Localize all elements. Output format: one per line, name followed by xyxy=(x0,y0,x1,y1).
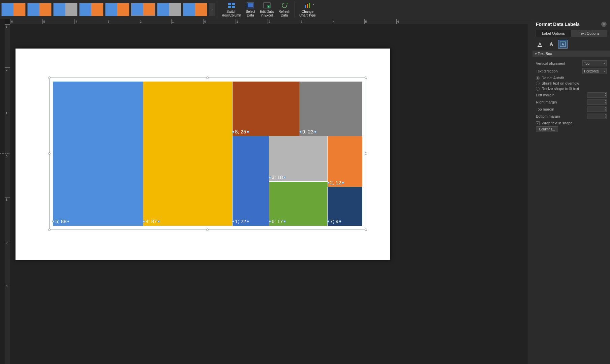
change-chart-type-icon: ▾ xyxy=(304,2,312,9)
treemap-cell-4[interactable]: 4; 87 xyxy=(143,82,233,226)
wrap-text-checkbox[interactable]: ✓Wrap text in shape xyxy=(536,121,607,125)
chart-style-gallery: › xyxy=(0,3,215,16)
chart-style-4[interactable] xyxy=(79,3,103,16)
format-pane: Format Data Labels ✕ Label Options Text … xyxy=(532,19,610,364)
tab-text-options[interactable]: Text Options xyxy=(571,30,607,37)
vertical-alignment-label: Vertical alignment xyxy=(536,61,582,65)
switch-row-column-icon xyxy=(227,2,236,9)
left-margin-label: Left margin xyxy=(536,93,587,97)
right-margin-label: Right margin xyxy=(536,100,587,104)
chart-design-ribbon: › Switch Row/Column Select Data X Edit D… xyxy=(0,0,610,19)
data-label-6[interactable]: 6; 17 xyxy=(271,218,284,224)
top-margin-input[interactable] xyxy=(587,107,607,112)
vertical-scrollbar[interactable] xyxy=(528,24,532,364)
data-label-1[interactable]: 1; 22 xyxy=(234,218,247,224)
close-pane-button[interactable]: ✕ xyxy=(601,22,607,27)
autofit-none-radio[interactable]: Do not Autofit xyxy=(536,76,607,80)
data-label-5[interactable]: 5; 88 xyxy=(54,218,67,224)
svg-rect-9 xyxy=(305,5,306,8)
textbox-icon[interactable]: A xyxy=(558,40,568,49)
horizontal-ruler: 6543210123456 xyxy=(10,19,532,24)
format-pane-tabs: Label Options Text Options xyxy=(535,30,607,37)
vertical-alignment-select[interactable]: Top xyxy=(582,60,607,66)
treemap-cell-3[interactable]: 3; 18 xyxy=(269,136,328,182)
section-text-box[interactable]: Text Box xyxy=(532,51,610,57)
autofit-resize-radio[interactable]: Resize shape to fit text xyxy=(536,87,607,91)
switch-row-column-button[interactable]: Switch Row/Column xyxy=(219,0,243,19)
svg-rect-0 xyxy=(228,3,231,5)
svg-text:X: X xyxy=(268,6,269,8)
svg-rect-10 xyxy=(307,4,308,8)
chart-style-7[interactable] xyxy=(157,3,181,16)
bottom-margin-label: Bottom margin xyxy=(536,114,587,118)
treemap-cell-7[interactable]: 7; 9 xyxy=(328,187,362,226)
svg-text:A: A xyxy=(550,41,553,47)
text-direction-select[interactable]: Horizontal xyxy=(582,68,607,74)
top-margin-label: Top margin xyxy=(536,107,587,111)
svg-rect-3 xyxy=(232,6,235,8)
chart-style-6[interactable] xyxy=(131,3,155,16)
edit-data-excel-icon: X xyxy=(263,2,271,9)
bottom-margin-input[interactable] xyxy=(587,114,607,119)
right-margin-input[interactable] xyxy=(587,99,607,105)
treemap-chart[interactable]: 5; 884; 878; 259; 231; 223; 182; 126; 17… xyxy=(53,82,362,226)
treemap-cell-8[interactable]: 8; 25 xyxy=(233,82,300,136)
chart-style-8[interactable] xyxy=(183,3,207,16)
svg-text:A: A xyxy=(562,42,564,46)
left-margin-input[interactable] xyxy=(587,92,607,98)
treemap-cell-9[interactable]: 9; 23 xyxy=(300,82,362,136)
chart-style-1[interactable] xyxy=(1,3,26,16)
select-data-button[interactable]: Select Data xyxy=(243,0,257,19)
columns-button[interactable]: Columns... xyxy=(536,126,558,132)
svg-text:A: A xyxy=(538,41,542,47)
vertical-ruler: 3210123 xyxy=(5,24,10,364)
treemap-cell-2[interactable]: 2; 12 xyxy=(328,136,362,187)
chart-style-more[interactable]: › xyxy=(209,3,215,16)
svg-rect-1 xyxy=(232,3,235,5)
refresh-data-button[interactable]: Refresh Data xyxy=(276,0,293,19)
treemap-cell-1[interactable]: 1; 22 xyxy=(233,136,269,226)
refresh-icon xyxy=(280,2,288,9)
change-chart-type-button[interactable]: ▾ Change Chart Type xyxy=(297,0,318,19)
select-data-icon xyxy=(246,2,254,9)
slide[interactable]: 5; 884; 878; 259; 231; 223; 182; 126; 17… xyxy=(16,49,390,260)
treemap-cell-6[interactable]: 6; 17 xyxy=(269,182,328,226)
text-effects-icon[interactable]: A xyxy=(547,40,556,49)
data-label-7[interactable]: 7; 9 xyxy=(329,218,339,224)
svg-rect-13 xyxy=(538,46,542,47)
data-label-4[interactable]: 4; 87 xyxy=(145,218,158,224)
chart-style-2[interactable] xyxy=(27,3,52,16)
format-pane-title: Format Data Labels xyxy=(536,22,580,27)
chart-style-3[interactable] xyxy=(53,3,78,16)
text-fill-outline-icon[interactable]: A xyxy=(535,40,545,49)
autofit-shrink-radio[interactable]: Shrink text on overflow xyxy=(536,81,607,85)
chart-style-5[interactable] xyxy=(105,3,129,16)
data-label-9[interactable]: 9; 23 xyxy=(301,128,314,135)
data-label-8[interactable]: 8; 25 xyxy=(234,128,247,135)
svg-rect-5 xyxy=(248,3,253,7)
tab-label-options[interactable]: Label Options xyxy=(536,30,571,37)
slide-canvas: 5; 884; 878; 259; 231; 223; 182; 126; 17… xyxy=(10,24,532,364)
svg-rect-11 xyxy=(309,3,310,8)
svg-rect-2 xyxy=(228,6,231,8)
treemap-cell-5[interactable]: 5; 88 xyxy=(53,82,143,226)
data-label-3[interactable]: 3; 18 xyxy=(271,174,284,180)
edit-data-excel-button[interactable]: X Edit Data in Excel xyxy=(257,0,276,19)
left-edge-stripe xyxy=(0,19,5,364)
text-direction-label: Text direction xyxy=(536,69,582,73)
data-label-2[interactable]: 2; 12 xyxy=(329,179,342,186)
